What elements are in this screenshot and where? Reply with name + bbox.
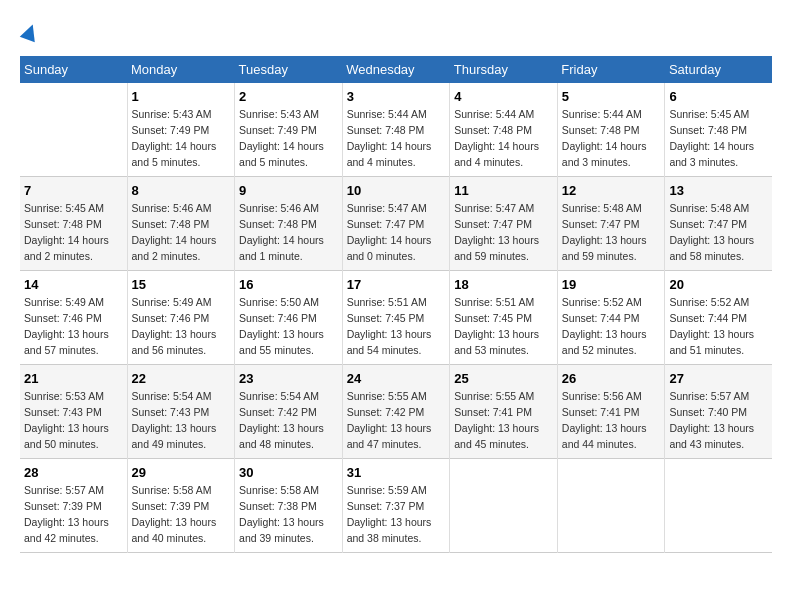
day-number: 12	[562, 183, 661, 198]
day-info: Sunrise: 5:54 AM Sunset: 7:43 PM Dayligh…	[132, 389, 231, 452]
page-header	[20, 20, 772, 46]
column-header-sunday: Sunday	[20, 56, 127, 83]
calendar-cell: 30Sunrise: 5:58 AM Sunset: 7:38 PM Dayli…	[235, 459, 343, 553]
calendar-cell: 25Sunrise: 5:55 AM Sunset: 7:41 PM Dayli…	[450, 365, 558, 459]
day-number: 31	[347, 465, 446, 480]
day-info: Sunrise: 5:52 AM Sunset: 7:44 PM Dayligh…	[562, 295, 661, 358]
calendar-cell: 3Sunrise: 5:44 AM Sunset: 7:48 PM Daylig…	[342, 83, 450, 177]
day-info: Sunrise: 5:56 AM Sunset: 7:41 PM Dayligh…	[562, 389, 661, 452]
calendar-body: 1Sunrise: 5:43 AM Sunset: 7:49 PM Daylig…	[20, 83, 772, 553]
day-info: Sunrise: 5:52 AM Sunset: 7:44 PM Dayligh…	[669, 295, 768, 358]
day-number: 29	[132, 465, 231, 480]
day-number: 9	[239, 183, 338, 198]
day-number: 8	[132, 183, 231, 198]
calendar-cell: 19Sunrise: 5:52 AM Sunset: 7:44 PM Dayli…	[557, 271, 665, 365]
calendar-cell: 27Sunrise: 5:57 AM Sunset: 7:40 PM Dayli…	[665, 365, 772, 459]
day-info: Sunrise: 5:48 AM Sunset: 7:47 PM Dayligh…	[669, 201, 768, 264]
calendar-week-1: 1Sunrise: 5:43 AM Sunset: 7:49 PM Daylig…	[20, 83, 772, 177]
calendar-cell: 14Sunrise: 5:49 AM Sunset: 7:46 PM Dayli…	[20, 271, 127, 365]
calendar-cell: 11Sunrise: 5:47 AM Sunset: 7:47 PM Dayli…	[450, 177, 558, 271]
calendar-cell: 16Sunrise: 5:50 AM Sunset: 7:46 PM Dayli…	[235, 271, 343, 365]
day-number: 30	[239, 465, 338, 480]
column-header-wednesday: Wednesday	[342, 56, 450, 83]
day-info: Sunrise: 5:55 AM Sunset: 7:42 PM Dayligh…	[347, 389, 446, 452]
calendar-cell: 26Sunrise: 5:56 AM Sunset: 7:41 PM Dayli…	[557, 365, 665, 459]
day-info: Sunrise: 5:58 AM Sunset: 7:39 PM Dayligh…	[132, 483, 231, 546]
day-info: Sunrise: 5:57 AM Sunset: 7:39 PM Dayligh…	[24, 483, 123, 546]
calendar-cell: 28Sunrise: 5:57 AM Sunset: 7:39 PM Dayli…	[20, 459, 127, 553]
day-number: 20	[669, 277, 768, 292]
day-info: Sunrise: 5:47 AM Sunset: 7:47 PM Dayligh…	[454, 201, 553, 264]
column-header-tuesday: Tuesday	[235, 56, 343, 83]
day-info: Sunrise: 5:57 AM Sunset: 7:40 PM Dayligh…	[669, 389, 768, 452]
calendar-cell: 6Sunrise: 5:45 AM Sunset: 7:48 PM Daylig…	[665, 83, 772, 177]
day-number: 4	[454, 89, 553, 104]
calendar-cell: 13Sunrise: 5:48 AM Sunset: 7:47 PM Dayli…	[665, 177, 772, 271]
calendar-cell: 10Sunrise: 5:47 AM Sunset: 7:47 PM Dayli…	[342, 177, 450, 271]
calendar-week-5: 28Sunrise: 5:57 AM Sunset: 7:39 PM Dayli…	[20, 459, 772, 553]
calendar-cell	[665, 459, 772, 553]
calendar-cell: 22Sunrise: 5:54 AM Sunset: 7:43 PM Dayli…	[127, 365, 235, 459]
calendar-cell: 9Sunrise: 5:46 AM Sunset: 7:48 PM Daylig…	[235, 177, 343, 271]
day-info: Sunrise: 5:44 AM Sunset: 7:48 PM Dayligh…	[454, 107, 553, 170]
column-header-monday: Monday	[127, 56, 235, 83]
day-number: 28	[24, 465, 123, 480]
day-info: Sunrise: 5:59 AM Sunset: 7:37 PM Dayligh…	[347, 483, 446, 546]
day-number: 25	[454, 371, 553, 386]
calendar-cell	[20, 83, 127, 177]
calendar-cell: 1Sunrise: 5:43 AM Sunset: 7:49 PM Daylig…	[127, 83, 235, 177]
day-number: 11	[454, 183, 553, 198]
day-info: Sunrise: 5:46 AM Sunset: 7:48 PM Dayligh…	[239, 201, 338, 264]
day-info: Sunrise: 5:45 AM Sunset: 7:48 PM Dayligh…	[669, 107, 768, 170]
day-number: 23	[239, 371, 338, 386]
calendar-cell: 12Sunrise: 5:48 AM Sunset: 7:47 PM Dayli…	[557, 177, 665, 271]
calendar-cell: 20Sunrise: 5:52 AM Sunset: 7:44 PM Dayli…	[665, 271, 772, 365]
column-header-thursday: Thursday	[450, 56, 558, 83]
day-info: Sunrise: 5:47 AM Sunset: 7:47 PM Dayligh…	[347, 201, 446, 264]
day-info: Sunrise: 5:44 AM Sunset: 7:48 PM Dayligh…	[562, 107, 661, 170]
logo	[20, 20, 38, 46]
day-number: 15	[132, 277, 231, 292]
calendar-table: SundayMondayTuesdayWednesdayThursdayFrid…	[20, 56, 772, 553]
calendar-cell	[450, 459, 558, 553]
day-info: Sunrise: 5:43 AM Sunset: 7:49 PM Dayligh…	[132, 107, 231, 170]
day-number: 19	[562, 277, 661, 292]
day-number: 16	[239, 277, 338, 292]
calendar-cell: 4Sunrise: 5:44 AM Sunset: 7:48 PM Daylig…	[450, 83, 558, 177]
day-info: Sunrise: 5:51 AM Sunset: 7:45 PM Dayligh…	[454, 295, 553, 358]
day-info: Sunrise: 5:49 AM Sunset: 7:46 PM Dayligh…	[24, 295, 123, 358]
day-number: 17	[347, 277, 446, 292]
day-number: 3	[347, 89, 446, 104]
day-number: 26	[562, 371, 661, 386]
column-header-friday: Friday	[557, 56, 665, 83]
day-info: Sunrise: 5:54 AM Sunset: 7:42 PM Dayligh…	[239, 389, 338, 452]
day-info: Sunrise: 5:51 AM Sunset: 7:45 PM Dayligh…	[347, 295, 446, 358]
day-info: Sunrise: 5:46 AM Sunset: 7:48 PM Dayligh…	[132, 201, 231, 264]
calendar-cell: 7Sunrise: 5:45 AM Sunset: 7:48 PM Daylig…	[20, 177, 127, 271]
calendar-cell: 29Sunrise: 5:58 AM Sunset: 7:39 PM Dayli…	[127, 459, 235, 553]
calendar-cell: 21Sunrise: 5:53 AM Sunset: 7:43 PM Dayli…	[20, 365, 127, 459]
day-number: 7	[24, 183, 123, 198]
day-number: 5	[562, 89, 661, 104]
day-number: 27	[669, 371, 768, 386]
logo-text	[20, 20, 38, 46]
day-number: 14	[24, 277, 123, 292]
day-info: Sunrise: 5:53 AM Sunset: 7:43 PM Dayligh…	[24, 389, 123, 452]
day-number: 10	[347, 183, 446, 198]
calendar-week-4: 21Sunrise: 5:53 AM Sunset: 7:43 PM Dayli…	[20, 365, 772, 459]
calendar-cell: 23Sunrise: 5:54 AM Sunset: 7:42 PM Dayli…	[235, 365, 343, 459]
day-info: Sunrise: 5:45 AM Sunset: 7:48 PM Dayligh…	[24, 201, 123, 264]
day-info: Sunrise: 5:50 AM Sunset: 7:46 PM Dayligh…	[239, 295, 338, 358]
day-number: 13	[669, 183, 768, 198]
logo-triangle-icon	[20, 22, 41, 43]
day-number: 2	[239, 89, 338, 104]
day-info: Sunrise: 5:55 AM Sunset: 7:41 PM Dayligh…	[454, 389, 553, 452]
day-number: 6	[669, 89, 768, 104]
calendar-cell: 24Sunrise: 5:55 AM Sunset: 7:42 PM Dayli…	[342, 365, 450, 459]
calendar-week-2: 7Sunrise: 5:45 AM Sunset: 7:48 PM Daylig…	[20, 177, 772, 271]
calendar-cell	[557, 459, 665, 553]
day-info: Sunrise: 5:58 AM Sunset: 7:38 PM Dayligh…	[239, 483, 338, 546]
day-number: 1	[132, 89, 231, 104]
day-number: 18	[454, 277, 553, 292]
day-number: 21	[24, 371, 123, 386]
